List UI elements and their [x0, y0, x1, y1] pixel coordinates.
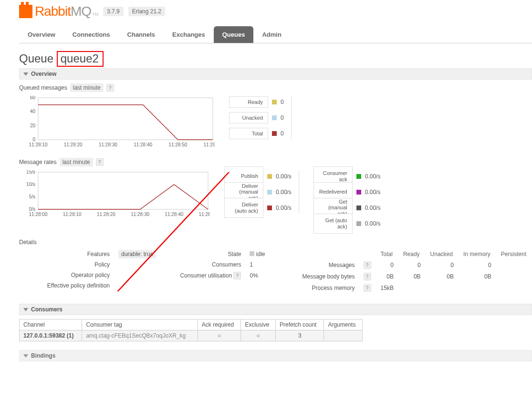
legend-label[interactable]: Ready	[229, 96, 268, 108]
main-tabs: OverviewConnectionsChannelsExchangesQueu…	[19, 26, 532, 43]
section-overview[interactable]: Overview	[19, 68, 532, 80]
section-bindings[interactable]: Bindings	[19, 350, 532, 361]
svg-text:11:28:40: 11:28:40	[165, 212, 183, 217]
svg-text:11:28:00: 11:28:00	[29, 212, 48, 217]
table-header[interactable]: Consumer tag	[82, 319, 198, 330]
legend-label[interactable]: Unacked	[229, 112, 268, 123]
legend-value: 0.00/s	[276, 173, 292, 180]
chevron-down-icon	[23, 308, 28, 311]
legend-swatch	[272, 115, 277, 120]
svg-text:0: 0	[32, 137, 35, 142]
svg-text:60: 60	[30, 96, 36, 100]
help-icon[interactable]: ?	[364, 284, 371, 292]
message-rates-chart: 0/s5/s10/s15/s11:28:0011:28:1011:28:2011…	[19, 170, 210, 218]
message-rates-legend-right: Consumer ack0.00/sRedelivered0.00/sGet (…	[313, 170, 388, 229]
details-left: Featuresdurable: truePolicyOperator poli…	[19, 248, 161, 291]
svg-text:11:28:10: 11:28:10	[29, 142, 48, 147]
consumers-table: ChannelConsumer tagAck requiredExclusive…	[19, 319, 363, 341]
message-rates-legend-left: Publish0.00/sDeliver (manual ack)0.00/sD…	[224, 170, 299, 214]
table-header[interactable]: Ack required	[198, 319, 241, 330]
logo[interactable]: RabbitMQ TM	[19, 4, 98, 19]
svg-text:10/s: 10/s	[26, 182, 35, 187]
legend-swatch	[356, 190, 361, 195]
table-row: 127.0.0.1:59382 (1)amq.ctag-cFEBq1SecQBx…	[20, 330, 363, 341]
queue-name-highlight: queue2	[57, 51, 104, 67]
rabbit-icon	[19, 5, 32, 18]
section-consumers[interactable]: Consumers	[19, 304, 532, 315]
tab-exchanges[interactable]: Exchanges	[164, 26, 214, 43]
svg-text:11:28:10: 11:28:10	[63, 212, 82, 217]
legend-value: 0.00/s	[365, 189, 381, 195]
details-mid: State idleConsumers1Consumer utilisation…	[175, 248, 270, 282]
svg-text:11:28:50: 11:28:50	[168, 142, 187, 147]
legend-label[interactable]: Deliver (auto ack)	[224, 198, 263, 218]
chevron-down-icon	[23, 354, 28, 358]
legend-swatch	[356, 221, 361, 226]
details-heading: Details	[19, 239, 532, 246]
svg-text:5/s: 5/s	[29, 194, 35, 199]
svg-text:15/s: 15/s	[26, 170, 35, 175]
tab-channels[interactable]: Channels	[119, 26, 164, 43]
help-icon[interactable]: ?	[364, 273, 371, 280]
tab-admin[interactable]: Admin	[253, 26, 290, 43]
legend-value: 0.00/s	[276, 205, 292, 211]
svg-text:20: 20	[30, 123, 36, 128]
help-icon[interactable]: ?	[233, 272, 241, 279]
chevron-down-icon	[23, 72, 28, 76]
erlang-badge: Erlang 21.2	[128, 7, 165, 16]
legend-swatch	[356, 174, 361, 179]
legend-swatch	[356, 206, 361, 210]
tab-connections[interactable]: Connections	[64, 26, 119, 43]
range-selector[interactable]: last minute	[70, 83, 104, 92]
table-header[interactable]: Exclusive	[241, 319, 276, 330]
legend-value: 0	[281, 99, 284, 105]
message-rates-label: Message rates last minute ?	[19, 158, 532, 166]
svg-text:11:28:20: 11:28:20	[64, 142, 83, 147]
queued-messages-chart: 020406011:28:1011:28:2011:28:3011:28:401…	[19, 96, 215, 148]
tab-overview[interactable]: Overview	[19, 26, 64, 43]
help-icon[interactable]: ?	[106, 84, 114, 92]
svg-text:11:28:30: 11:28:30	[99, 142, 117, 147]
channel-link[interactable]: 127.0.0.1:59382 (1)	[23, 332, 73, 339]
queued-messages-label: Queued messages last minute ?	[19, 83, 532, 92]
svg-text:11:28:50: 11:28:50	[199, 212, 210, 217]
legend-value: 0.00/s	[276, 189, 292, 195]
legend-value: 0.00/s	[365, 205, 381, 211]
queued-messages-legend: Ready0Unacked0Total0	[229, 96, 292, 139]
legend-value: 0	[281, 114, 284, 121]
legend-value: 0.00/s	[365, 173, 381, 180]
svg-text:11:28:40: 11:28:40	[134, 142, 152, 147]
range-selector[interactable]: last minute	[60, 158, 93, 166]
legend-swatch	[267, 174, 272, 179]
header: RabbitMQ TM 3.7.9 Erlang 21.2	[19, 4, 532, 19]
svg-rect-0	[38, 98, 213, 140]
table-header[interactable]: Channel	[20, 319, 82, 330]
details-stats: TotalReadyUnackedIn memoryPersistentMess…	[297, 248, 532, 294]
legend-swatch	[267, 206, 272, 210]
version-badge: 3.7.9	[103, 7, 124, 16]
legend-swatch	[267, 190, 272, 195]
help-icon[interactable]: ?	[96, 158, 104, 166]
svg-text:11:28:30: 11:28:30	[131, 212, 149, 217]
legend-swatch	[272, 131, 277, 136]
legend-swatch	[272, 100, 277, 104]
svg-text:0/s: 0/s	[29, 206, 35, 212]
legend-label[interactable]: Get (auto ack)	[313, 214, 353, 234]
svg-text:11:29:00: 11:29:00	[204, 142, 215, 147]
legend-value: 0.00/s	[365, 220, 381, 227]
help-icon[interactable]: ?	[364, 261, 371, 269]
table-header[interactable]: Prefetch count	[276, 319, 324, 330]
svg-text:11:28:20: 11:28:20	[97, 212, 115, 217]
legend-value: 0	[281, 130, 284, 137]
page-title: Queue queue2	[19, 52, 532, 65]
table-header[interactable]: Arguments	[324, 319, 363, 330]
tab-queues[interactable]: Queues	[214, 26, 254, 43]
svg-text:40: 40	[30, 109, 36, 114]
legend-label[interactable]: Total	[229, 128, 268, 139]
